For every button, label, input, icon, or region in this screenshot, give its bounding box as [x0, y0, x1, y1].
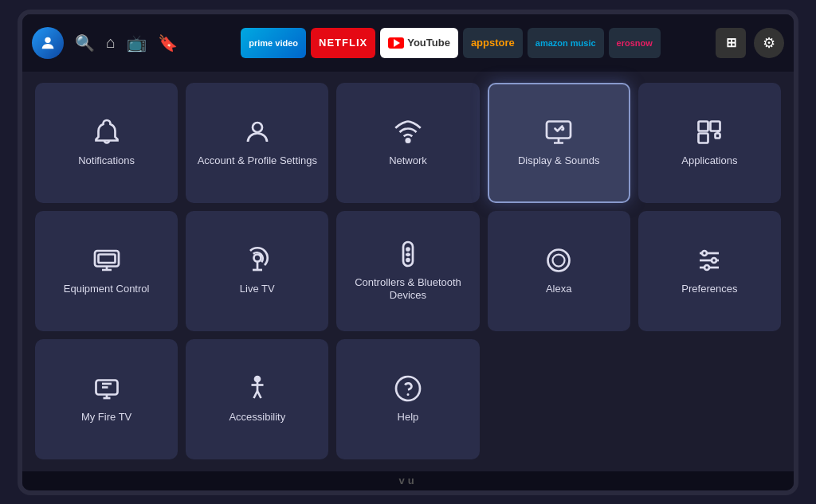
controllers-bluetooth-label: Controllers & Bluetooth Devices [343, 276, 473, 303]
applications-tile[interactable]: Applications [638, 83, 781, 203]
svg-point-21 [553, 255, 565, 267]
prime-video-label: prime video [249, 38, 298, 48]
svg-point-27 [704, 265, 709, 270]
netflix-label: NETFLIX [319, 37, 367, 49]
svg-point-0 [45, 37, 50, 42]
help-tile[interactable]: Help [336, 339, 479, 459]
live-tv-label: Live TV [240, 283, 275, 296]
display-sounds-label: Display & Sounds [518, 154, 600, 168]
netflix-button[interactable]: NETFLIX [311, 28, 375, 58]
bookmark-icon[interactable]: 🔖 [158, 33, 178, 53]
svg-rect-6 [699, 133, 708, 143]
settings-button[interactable]: ⚙ [754, 28, 784, 58]
svg-rect-4 [699, 121, 708, 131]
antenna-icon [243, 246, 272, 275]
fire-tv-icon [92, 374, 121, 403]
svg-point-33 [255, 377, 260, 381]
equipment-control-tile[interactable]: Equipment Control [35, 211, 178, 331]
wifi-icon [394, 118, 422, 147]
svg-point-25 [702, 251, 707, 256]
tv-screen: 🔍 ⌂ 📺 🔖 prime video NETFLIX YouTube [22, 14, 794, 471]
account-profile-label: Account & Profile Settings [198, 154, 317, 168]
bell-icon [92, 118, 121, 147]
home-icon[interactable]: ⌂ [106, 33, 116, 52]
display-sounds-tile[interactable]: Display & Sounds [488, 83, 630, 203]
svg-point-16 [406, 248, 409, 250]
svg-point-26 [712, 258, 716, 263]
prime-video-button[interactable]: prime video [241, 28, 306, 58]
tv-frame: 🔍 ⌂ 📺 🔖 prime video NETFLIX YouTube [18, 10, 798, 495]
display-sound-icon [544, 118, 573, 147]
youtube-icon [388, 37, 404, 49]
accessibility-icon [243, 374, 272, 403]
nav-apps: prime video NETFLIX YouTube appstore ama… [194, 28, 708, 58]
youtube-logo: YouTube [388, 37, 450, 49]
svg-point-1 [253, 123, 262, 132]
accessibility-tile[interactable]: Accessibility [186, 339, 328, 459]
svg-point-19 [406, 259, 409, 261]
appstore-button[interactable]: appstore [463, 28, 523, 58]
network-tile[interactable]: Network [336, 83, 479, 203]
notifications-label: Notifications [78, 154, 135, 168]
alexa-tile[interactable]: Alexa [488, 211, 630, 331]
notifications-tile[interactable]: Notifications [35, 83, 178, 203]
brand-label: vu [398, 475, 417, 486]
account-profile-tile[interactable]: Account & Profile Settings [186, 83, 328, 203]
svg-rect-5 [711, 121, 720, 131]
accessibility-label: Accessibility [229, 411, 285, 424]
youtube-label: YouTube [407, 37, 450, 49]
svg-point-39 [407, 394, 409, 396]
svg-point-38 [396, 377, 420, 400]
avatar-icon[interactable] [32, 27, 64, 59]
youtube-button[interactable]: YouTube [380, 28, 458, 58]
alexa-icon [544, 246, 573, 275]
svg-point-2 [406, 139, 410, 143]
network-label: Network [389, 154, 427, 168]
my-fire-tv-tile[interactable]: My Fire TV [35, 339, 178, 459]
tv-icon[interactable]: 📺 [127, 33, 147, 53]
grid-button[interactable]: ⊞ [716, 28, 746, 58]
svg-line-37 [257, 391, 261, 398]
apps-icon [695, 118, 724, 147]
person-icon [243, 118, 272, 147]
svg-point-20 [548, 250, 570, 272]
sliders-icon [695, 246, 724, 275]
applications-label: Applications [681, 154, 737, 168]
erosnow-button[interactable]: erosnow [609, 28, 661, 58]
search-icon[interactable]: 🔍 [75, 33, 95, 53]
svg-rect-11 [98, 255, 115, 264]
tv-brand: vu [22, 471, 794, 490]
controllers-bluetooth-tile[interactable]: Controllers & Bluetooth Devices [336, 211, 479, 331]
help-label: Help [398, 411, 419, 424]
amazon-music-button[interactable]: amazon music [528, 28, 604, 58]
settings-grid: Notifications Account & Profile Settings [22, 72, 794, 471]
preferences-label: Preferences [681, 283, 737, 296]
remote-icon [394, 240, 422, 268]
svg-rect-7 [716, 133, 720, 138]
appstore-label: appstore [471, 37, 515, 49]
preferences-tile[interactable]: Preferences [638, 211, 781, 331]
alexa-label: Alexa [546, 283, 572, 296]
top-nav: 🔍 ⌂ 📺 🔖 prime video NETFLIX YouTube [22, 14, 794, 72]
my-fire-tv-label: My Fire TV [81, 411, 131, 424]
amazon-music-label: amazon music [536, 38, 596, 48]
equipment-control-label: Equipment Control [64, 283, 150, 296]
help-icon [394, 374, 422, 403]
live-tv-tile[interactable]: Live TV [186, 211, 328, 331]
empty-tile-2 [638, 339, 781, 459]
nav-left: 🔍 ⌂ 📺 🔖 [32, 27, 178, 59]
erosnow-label: erosnow [617, 38, 653, 48]
empty-tile-1 [488, 339, 630, 459]
tv-equipment-icon [92, 246, 121, 275]
svg-point-12 [253, 255, 261, 262]
